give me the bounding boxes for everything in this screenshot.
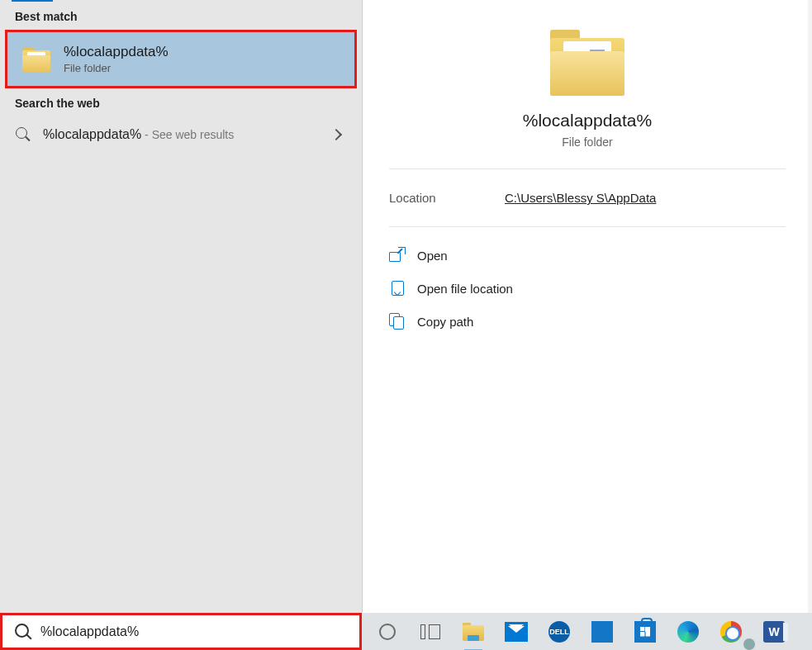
open-icon [389, 247, 406, 263]
web-query: %localappdata% [43, 127, 141, 141]
copy-icon [389, 313, 406, 330]
mail-button[interactable] [496, 615, 537, 648]
folder-icon [22, 47, 50, 72]
dell-icon: DELL [548, 621, 570, 643]
search-results-panel: Best match %localappdata% File folder Se… [0, 0, 362, 613]
location-link[interactable]: C:\Users\Blessy S\AppData [505, 191, 656, 205]
mail-icon [505, 622, 528, 642]
search-icon [14, 623, 32, 641]
search-bar[interactable] [0, 613, 362, 650]
web-search-result[interactable]: %localappdata% - See web results [0, 116, 362, 153]
preview-panel: %localappdata% File folder Location C:\U… [362, 0, 812, 613]
file-explorer-button[interactable] [453, 615, 494, 648]
preview-title: %localappdata% [523, 111, 652, 130]
word-button[interactable]: W [753, 615, 795, 648]
taskbar: DELL W [362, 613, 812, 650]
action-open-location-label: Open file location [417, 282, 513, 296]
right-scroll-gutter [808, 0, 812, 613]
action-copy-path-label: Copy path [417, 315, 473, 329]
action-open[interactable]: Open [389, 239, 786, 272]
edge-icon [677, 621, 699, 643]
word-icon: W [763, 621, 785, 643]
best-match-title: %localappdata% [64, 44, 169, 60]
web-header: Search the web [0, 88, 362, 116]
action-copy-path[interactable]: Copy path [389, 305, 786, 338]
location-label: Location [389, 191, 505, 205]
preview-subtitle: File folder [562, 135, 612, 149]
cortana-button[interactable] [367, 615, 408, 648]
profile-avatar-icon [743, 638, 755, 650]
edge-button[interactable] [667, 615, 709, 648]
task-view-button[interactable] [410, 615, 451, 648]
best-match-result[interactable]: %localappdata% File folder [5, 30, 357, 88]
dell-button[interactable]: DELL [539, 615, 580, 648]
store-icon [634, 621, 656, 643]
cortana-icon [379, 624, 396, 640]
app-button-1[interactable] [582, 615, 623, 648]
search-icon [15, 126, 31, 143]
best-match-header: Best match [0, 2, 362, 30]
best-match-subtitle: File folder [64, 62, 169, 74]
chrome-icon [720, 621, 742, 643]
chrome-button[interactable] [710, 615, 752, 648]
microsoft-store-button[interactable] [624, 615, 666, 648]
search-input[interactable] [40, 624, 348, 639]
web-hint: - See web results [145, 128, 234, 141]
task-view-icon [420, 624, 440, 639]
chevron-right-icon[interactable] [330, 129, 342, 140]
file-location-icon [389, 280, 406, 297]
app-icon [591, 621, 613, 643]
file-explorer-icon [463, 623, 484, 641]
action-open-label: Open [417, 249, 448, 263]
folder-icon-large [550, 30, 624, 96]
action-open-file-location[interactable]: Open file location [389, 272, 786, 305]
